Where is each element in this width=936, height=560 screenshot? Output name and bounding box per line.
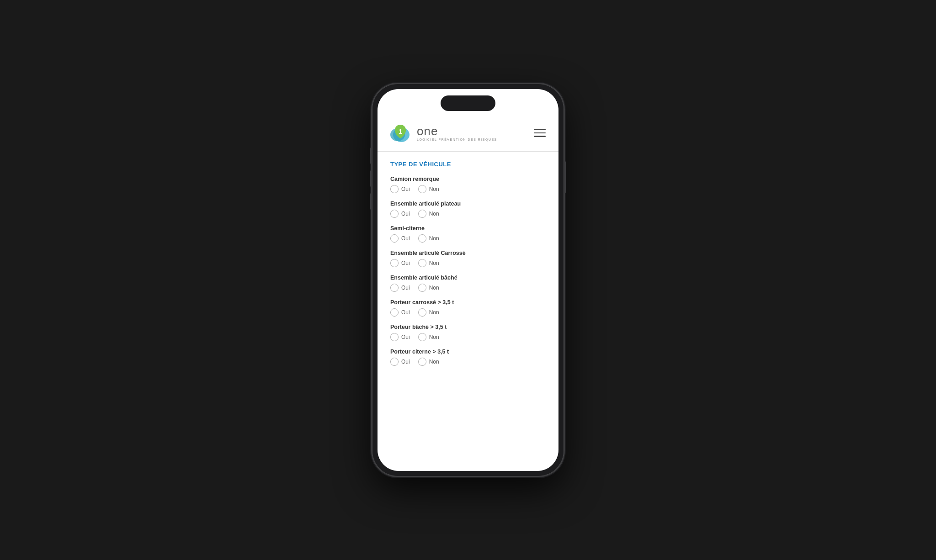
radio-option-label: Oui bbox=[401, 211, 410, 217]
radio-group: OuiNon bbox=[390, 259, 546, 267]
radio-circle bbox=[390, 284, 399, 292]
radio-option-label: Oui bbox=[401, 309, 410, 316]
radio-group: OuiNon bbox=[390, 210, 546, 218]
vehicle-label: Camion remorque bbox=[390, 176, 546, 182]
radio-group: OuiNon bbox=[390, 234, 546, 243]
radio-option-label: Non bbox=[429, 285, 439, 291]
radio-option-oui[interactable]: Oui bbox=[390, 333, 410, 341]
radio-option-label: Non bbox=[429, 235, 439, 242]
radio-circle bbox=[390, 308, 399, 317]
vehicle-item: Camion remorqueOuiNon bbox=[390, 176, 546, 193]
phone-screen: 1 one LOGICIEL PRÉVENTION DES RISQUES TY… bbox=[378, 89, 558, 471]
logo-container: 1 one LOGICIEL PRÉVENTION DES RISQUES bbox=[388, 121, 497, 145]
section-title: TYPE DE VÉHICULE bbox=[390, 161, 546, 168]
radio-circle bbox=[390, 333, 399, 341]
radio-option-oui[interactable]: Oui bbox=[390, 259, 410, 267]
radio-circle bbox=[418, 259, 426, 267]
logo-text: one LOGICIEL PRÉVENTION DES RISQUES bbox=[417, 125, 497, 141]
radio-option-label: Non bbox=[429, 359, 439, 365]
radio-circle bbox=[390, 210, 399, 218]
radio-group: OuiNon bbox=[390, 185, 546, 193]
radio-option-label: Non bbox=[429, 211, 439, 217]
dynamic-island bbox=[441, 95, 495, 111]
radio-option-non[interactable]: Non bbox=[418, 259, 439, 267]
radio-option-oui[interactable]: Oui bbox=[390, 308, 410, 317]
radio-group: OuiNon bbox=[390, 358, 546, 366]
radio-option-label: Oui bbox=[401, 186, 410, 192]
radio-group: OuiNon bbox=[390, 284, 546, 292]
radio-option-label: Oui bbox=[401, 260, 410, 266]
radio-circle bbox=[390, 358, 399, 366]
hamburger-menu[interactable] bbox=[532, 127, 548, 139]
radio-option-label: Oui bbox=[401, 359, 410, 365]
radio-group: OuiNon bbox=[390, 308, 546, 317]
vehicle-item: Ensemble articulé CarrosséOuiNon bbox=[390, 250, 546, 267]
phone-frame: 1 one LOGICIEL PRÉVENTION DES RISQUES TY… bbox=[372, 84, 564, 476]
logo-one-text: one bbox=[417, 125, 497, 137]
vehicle-label: Ensemble articulé bâché bbox=[390, 275, 546, 281]
vehicles-list: Camion remorqueOuiNonEnsemble articulé p… bbox=[390, 176, 546, 366]
radio-option-label: Oui bbox=[401, 334, 410, 340]
vehicle-label: Semi-citerne bbox=[390, 225, 546, 232]
radio-option-label: Oui bbox=[401, 235, 410, 242]
vehicle-item: Porteur carrossé > 3,5 tOuiNon bbox=[390, 299, 546, 317]
radio-option-oui[interactable]: Oui bbox=[390, 210, 410, 218]
radio-option-oui[interactable]: Oui bbox=[390, 284, 410, 292]
radio-option-non[interactable]: Non bbox=[418, 358, 439, 366]
radio-option-oui[interactable]: Oui bbox=[390, 185, 410, 193]
hamburger-line-2 bbox=[534, 132, 546, 134]
radio-option-oui[interactable]: Oui bbox=[390, 234, 410, 243]
radio-option-label: Non bbox=[429, 309, 439, 316]
screen-content[interactable]: 1 one LOGICIEL PRÉVENTION DES RISQUES TY… bbox=[378, 89, 558, 471]
radio-circle bbox=[390, 234, 399, 243]
hamburger-line-1 bbox=[534, 129, 546, 130]
radio-circle bbox=[418, 333, 426, 341]
radio-option-non[interactable]: Non bbox=[418, 185, 439, 193]
radio-circle bbox=[418, 284, 426, 292]
vehicle-item: Ensemble articulé bâchéOuiNon bbox=[390, 275, 546, 292]
radio-option-non[interactable]: Non bbox=[418, 284, 439, 292]
radio-option-non[interactable]: Non bbox=[418, 234, 439, 243]
radio-option-label: Non bbox=[429, 260, 439, 266]
radio-option-label: Oui bbox=[401, 285, 410, 291]
radio-circle bbox=[390, 259, 399, 267]
svg-text:1: 1 bbox=[399, 128, 402, 135]
vehicle-label: Porteur carrossé > 3,5 t bbox=[390, 299, 546, 306]
main-content: TYPE DE VÉHICULE Camion remorqueOuiNonEn… bbox=[378, 152, 558, 382]
vehicle-label: Ensemble articulé Carrossé bbox=[390, 250, 546, 256]
radio-option-oui[interactable]: Oui bbox=[390, 358, 410, 366]
radio-option-non[interactable]: Non bbox=[418, 333, 439, 341]
radio-circle bbox=[418, 308, 426, 317]
vehicle-item: Porteur citerne > 3,5 tOuiNon bbox=[390, 349, 546, 366]
vehicle-item: Ensemble articulé plateauOuiNon bbox=[390, 201, 546, 218]
vehicle-item: Porteur bâché > 3,5 tOuiNon bbox=[390, 324, 546, 341]
radio-option-label: Non bbox=[429, 334, 439, 340]
radio-circle bbox=[418, 210, 426, 218]
vehicle-label: Porteur bâché > 3,5 t bbox=[390, 324, 546, 330]
radio-option-non[interactable]: Non bbox=[418, 308, 439, 317]
radio-circle bbox=[418, 185, 426, 193]
vehicle-label: Ensemble articulé plateau bbox=[390, 201, 546, 207]
radio-circle bbox=[390, 185, 399, 193]
radio-group: OuiNon bbox=[390, 333, 546, 341]
radio-circle bbox=[418, 358, 426, 366]
vehicle-label: Porteur citerne > 3,5 t bbox=[390, 349, 546, 355]
radio-option-non[interactable]: Non bbox=[418, 210, 439, 218]
vehicle-item: Semi-citerneOuiNon bbox=[390, 225, 546, 243]
logo-icon: 1 bbox=[388, 121, 412, 145]
hamburger-line-3 bbox=[534, 136, 546, 137]
logo-subtitle-text: LOGICIEL PRÉVENTION DES RISQUES bbox=[417, 138, 497, 141]
radio-circle bbox=[418, 234, 426, 243]
app-header: 1 one LOGICIEL PRÉVENTION DES RISQUES bbox=[378, 116, 558, 152]
radio-option-label: Non bbox=[429, 186, 439, 192]
